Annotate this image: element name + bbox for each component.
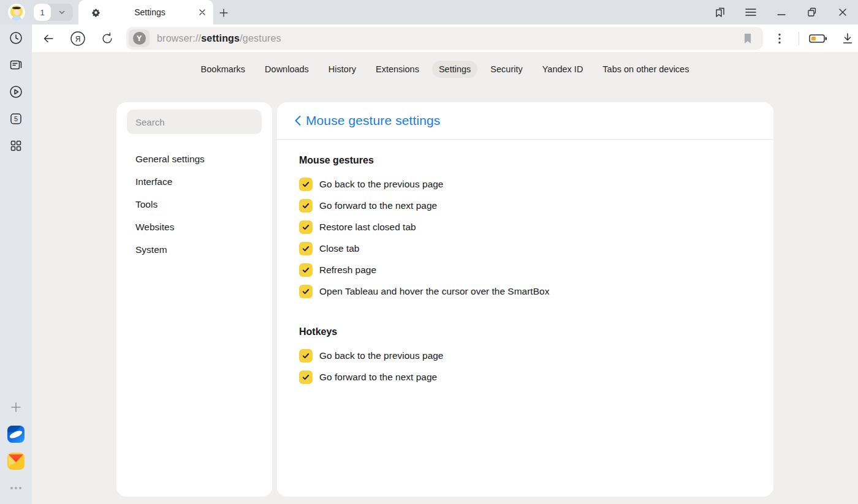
gesture-row: Go back to the previous page: [299, 173, 751, 195]
nav-tab-other-devices[interactable]: Tabs on other devices: [596, 61, 696, 78]
new-tab-button[interactable]: [216, 5, 232, 21]
checkbox-checked[interactable]: [299, 370, 313, 384]
checkbox-label: Go back to the previous page: [319, 179, 444, 190]
menu-icon[interactable]: [744, 6, 757, 19]
svg-text:Я: Я: [75, 34, 81, 43]
gesture-row: Restore last closed tab: [299, 216, 751, 238]
avatar-art: [13, 9, 20, 15]
nav-tab-history[interactable]: History: [322, 61, 363, 78]
bookmark-flag-icon[interactable]: [738, 33, 757, 44]
nav-tab-downloads[interactable]: Downloads: [258, 61, 316, 78]
yandex-browser-app-icon[interactable]: [5, 423, 27, 445]
settings-panels: General settings Interface Tools Website…: [32, 102, 858, 497]
settings-sidebar: General settings Interface Tools Website…: [116, 102, 272, 497]
checkbox-checked[interactable]: [299, 263, 313, 277]
battery-icon[interactable]: [808, 28, 829, 49]
checkbox-label: Restore last closed tab: [319, 222, 416, 233]
reload-icon[interactable]: [97, 28, 118, 49]
nav-tab-extensions[interactable]: Extensions: [369, 61, 426, 78]
toolbar-divider: [799, 32, 799, 45]
checkbox-checked[interactable]: [299, 242, 313, 255]
chevron-down-icon[interactable]: [51, 9, 73, 16]
checkbox-checked[interactable]: [299, 349, 313, 363]
checkbox-label: Refresh page: [319, 265, 376, 276]
restore-icon[interactable]: [805, 6, 819, 19]
gesture-row: Go forward to the next page: [299, 195, 751, 216]
yandex-browser-icon: Y: [133, 32, 146, 45]
tab-title: Settings: [101, 7, 199, 17]
tab-strip: 1 Settings: [0, 0, 858, 24]
nav-tab-security[interactable]: Security: [484, 61, 529, 78]
url-path: /gestures: [240, 33, 281, 43]
yandex-search-icon[interactable]: Я: [67, 28, 88, 49]
section-heading: Mouse gestures: [299, 155, 751, 166]
avatar-art: [12, 16, 21, 21]
bookmarks-panel-icon[interactable]: [713, 6, 727, 19]
tab-count-badge[interactable]: 1: [34, 4, 51, 21]
settings-sidebar-items: General settings Interface Tools Website…: [127, 149, 262, 260]
minimize-icon[interactable]: [775, 6, 788, 19]
side-panel-top: 5: [5, 27, 27, 157]
gear-icon: [91, 7, 101, 18]
back-icon[interactable]: [38, 28, 59, 49]
svg-text:5: 5: [14, 115, 18, 122]
checkbox-checked[interactable]: [299, 178, 313, 191]
apps-grid-icon[interactable]: [5, 135, 27, 157]
gesture-row: Open Tableau and hover the cursor over t…: [299, 280, 751, 302]
page-title[interactable]: Mouse gesture settings: [306, 113, 440, 128]
tab-counter[interactable]: 1: [34, 4, 73, 21]
sidebar-item-system[interactable]: System: [127, 239, 262, 260]
url-scheme: browser://: [157, 33, 201, 43]
hotkey-row: Go forward to the next page: [299, 366, 751, 388]
browser-side-panel: 5: [0, 24, 32, 504]
tab-groups-icon[interactable]: 5: [5, 108, 27, 130]
sidebar-item-tools[interactable]: Tools: [127, 194, 262, 215]
nav-tab-yandex-id[interactable]: Yandex ID: [536, 61, 590, 78]
settings-nav-tabs: Bookmarks Downloads History Extensions S…: [32, 52, 858, 86]
search-input[interactable]: [127, 110, 262, 134]
checkbox-label: Open Tableau and hover the cursor over t…: [319, 286, 549, 297]
panel-header: Mouse gesture settings: [277, 102, 773, 140]
checkbox-label: Close tab: [319, 243, 359, 254]
gesture-settings-panel: Mouse gesture settings Mouse gestures Go…: [277, 102, 773, 497]
browser-tab-settings[interactable]: Settings: [78, 0, 213, 24]
hotkey-row: Go back to the previous page: [299, 345, 751, 366]
panel-more-icon[interactable]: [5, 477, 27, 499]
side-panel-bottom: [5, 396, 27, 499]
checkbox-checked[interactable]: [299, 220, 313, 234]
window-controls: [713, 0, 853, 24]
add-panel-item-icon[interactable]: [5, 396, 27, 418]
checkbox-label: Go back to the previous page: [319, 350, 444, 361]
checkbox-checked[interactable]: [299, 199, 313, 213]
yandex-mail-app-icon[interactable]: [5, 450, 27, 472]
notes-icon[interactable]: [5, 54, 27, 76]
close-window-icon[interactable]: [836, 6, 849, 19]
checkbox-label: Go forward to the next page: [319, 200, 437, 211]
mouse-gestures-section: Mouse gestures Go back to the previous p…: [299, 155, 751, 302]
tab-close-icon[interactable]: [199, 9, 206, 16]
hotkeys-section: Hotkeys Go back to the previous page: [299, 326, 751, 388]
sidebar-item-general[interactable]: General settings: [127, 149, 262, 170]
mouse-gestures-list: Go back to the previous page Go forward …: [299, 173, 751, 302]
settings-page: Bookmarks Downloads History Extensions S…: [32, 52, 858, 504]
more-options-icon[interactable]: [769, 28, 790, 49]
gesture-row: Close tab: [299, 238, 751, 259]
site-badge[interactable]: Y: [129, 29, 150, 47]
downloads-icon[interactable]: [837, 28, 858, 49]
video-play-icon[interactable]: [5, 81, 27, 103]
address-bar[interactable]: Y browser://settings/gestures: [126, 27, 763, 50]
browser-toolbar: Я Y browser://settings/gestures: [32, 24, 858, 52]
sidebar-item-websites[interactable]: Websites: [127, 217, 262, 238]
url-domain: settings: [201, 33, 240, 43]
sidebar-item-interface[interactable]: Interface: [127, 171, 262, 192]
hotkeys-list: Go back to the previous page Go forward …: [299, 345, 751, 388]
history-clock-icon[interactable]: [5, 27, 27, 49]
nav-tab-bookmarks[interactable]: Bookmarks: [194, 61, 252, 78]
panel-body: Mouse gestures Go back to the previous p…: [277, 140, 773, 408]
nav-tab-settings[interactable]: Settings: [432, 61, 477, 78]
checkbox-checked[interactable]: [299, 285, 313, 298]
back-chevron-icon[interactable]: [290, 113, 305, 128]
url-text[interactable]: browser://settings/gestures: [157, 33, 738, 44]
gesture-row: Refresh page: [299, 259, 751, 280]
profile-avatar[interactable]: [8, 4, 25, 21]
